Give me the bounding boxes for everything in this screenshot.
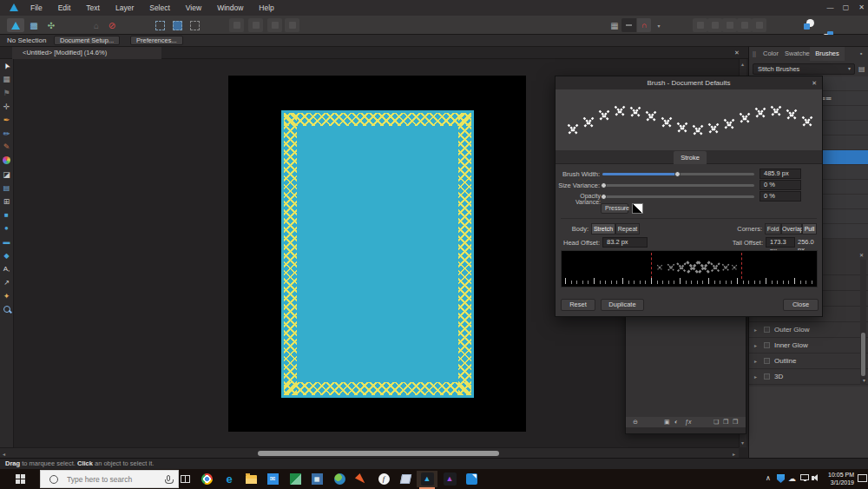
pencil-tool[interactable]: ✏ xyxy=(0,127,13,141)
pressure-dropdown[interactable]: Pressure ▾ xyxy=(601,203,628,214)
window-maximize-button[interactable]: ▢ xyxy=(838,0,853,16)
menu-edit[interactable]: Edit xyxy=(50,3,79,12)
corners-pull-button[interactable]: Pull xyxy=(802,223,817,235)
tray-chevron-icon[interactable]: ∧ xyxy=(766,474,771,482)
brush-width-field[interactable]: 485.9 px xyxy=(760,169,801,179)
tray-display-icon[interactable] xyxy=(800,474,809,480)
place-image-tool[interactable]: ▤ xyxy=(0,181,13,195)
brush-category-select[interactable]: Stitch Brushes ▾ xyxy=(753,63,855,75)
opacity-variance-slider-thumb[interactable] xyxy=(601,194,607,200)
node-tool[interactable]: ⚑ xyxy=(0,86,13,100)
opacity-variance-field[interactable]: 0 % xyxy=(760,191,801,202)
size-variance-slider-thumb[interactable] xyxy=(601,182,607,188)
pen-tool[interactable]: ✒ xyxy=(0,113,13,127)
effect-checkbox[interactable] xyxy=(764,373,770,380)
mask-icon[interactable]: ▣ xyxy=(664,417,670,427)
tray-shield-icon[interactable] xyxy=(777,474,785,483)
window-close-button[interactable]: ✕ xyxy=(854,0,868,16)
delete-layer-icon[interactable]: ❒ xyxy=(733,417,738,427)
file-explorer-taskbar-button[interactable] xyxy=(240,471,261,487)
color-picker-tool[interactable]: ↗ xyxy=(0,276,13,290)
artboard[interactable] xyxy=(228,76,526,432)
task-view-button[interactable] xyxy=(174,471,195,487)
calculator-taskbar-button[interactable]: ▦ xyxy=(306,471,327,487)
maps-taskbar-button[interactable] xyxy=(329,471,350,487)
menu-help[interactable]: Help xyxy=(251,3,281,12)
scroll-down-icon[interactable]: ▾ xyxy=(741,439,744,446)
menu-window[interactable]: Window xyxy=(209,3,251,12)
pressure-profile-chip[interactable] xyxy=(632,203,643,214)
affinity-photo-taskbar-button[interactable]: ▲ xyxy=(439,471,460,487)
new-layer-icon[interactable]: ❏ xyxy=(713,417,719,427)
adjustment-icon[interactable]: ◐ xyxy=(674,417,678,427)
scrollbar-thumb[interactable] xyxy=(258,451,499,456)
close-icon[interactable]: ✕ xyxy=(859,252,864,258)
zoom-tool[interactable] xyxy=(0,303,13,317)
shape-tool[interactable]: ◆ xyxy=(0,248,13,262)
text-tool[interactable]: A, xyxy=(0,262,13,276)
menu-text[interactable]: Text xyxy=(78,3,108,12)
mail-taskbar-button[interactable]: ✉ xyxy=(262,471,283,487)
menu-layer[interactable]: Layer xyxy=(108,3,141,12)
chrome-taskbar-button[interactable] xyxy=(196,471,217,487)
rounded-rectangle-tool[interactable]: ▬ xyxy=(0,235,13,249)
body-repeat-button[interactable]: Repeat xyxy=(615,223,640,235)
duplicate-button[interactable]: Duplicate xyxy=(601,299,644,311)
tab-stroke[interactable]: Stroke xyxy=(674,151,707,164)
photos-taskbar-button[interactable] xyxy=(285,471,306,487)
effect-row-outline[interactable]: ▸Outline xyxy=(749,354,868,369)
menu-select[interactable]: Select xyxy=(141,3,178,12)
expand-icon[interactable]: ▸ xyxy=(754,354,757,369)
vector-brush-tool[interactable]: ✎ xyxy=(0,141,13,155)
select-box-mode-button[interactable] xyxy=(153,18,167,32)
effect-row-inner-glow[interactable]: ▸Inner Glow xyxy=(749,338,868,354)
link-icon[interactable]: ⊖ xyxy=(633,417,638,427)
head-offset-field[interactable]: 83.2 px xyxy=(602,237,648,248)
window-minimize-button[interactable]: — xyxy=(823,0,838,16)
transform-mode-button[interactable] xyxy=(187,18,201,32)
scroll-left-icon[interactable]: ◂ xyxy=(3,451,5,457)
size-variance-field[interactable]: 0 % xyxy=(760,180,801,190)
action-center-icon[interactable] xyxy=(858,474,867,482)
affinity-designer-taskbar-button[interactable]: ▲ xyxy=(417,471,437,487)
tab-close-icon[interactable]: ✕ xyxy=(734,47,740,59)
page-rectangle[interactable] xyxy=(281,110,474,398)
select-fill-mode-button[interactable] xyxy=(170,18,184,32)
document-tab[interactable]: <Untitled> [Modified] (14.6%) xyxy=(12,47,161,59)
point-transform-tool[interactable]: ✛ xyxy=(0,100,13,114)
effect-row-3d[interactable]: ▸3D xyxy=(749,369,868,385)
reset-button[interactable]: Reset xyxy=(561,299,595,311)
opacity-variance-slider[interactable] xyxy=(602,195,754,198)
panel-drag-handle[interactable]: || xyxy=(753,47,756,61)
menu-view[interactable]: View xyxy=(178,3,209,12)
tail-offset-field[interactable]: 173.3 px xyxy=(766,237,795,248)
effects-scrollbar-thumb[interactable] xyxy=(861,333,865,376)
slice-button[interactable]: ⊘ xyxy=(105,18,119,32)
snapping-toggle-button[interactable]: ∩ xyxy=(637,18,651,32)
head-offset-marker[interactable] xyxy=(651,253,652,279)
grid-toggle-button[interactable]: ▦ xyxy=(608,18,621,32)
document-setup-button[interactable]: Document Setup... xyxy=(54,36,120,45)
tail-offset-marker[interactable] xyxy=(741,253,742,279)
snap-options-button[interactable] xyxy=(621,18,636,32)
designer-persona-button[interactable] xyxy=(7,18,24,32)
microphone-icon[interactable] xyxy=(167,475,170,481)
symbol-button[interactable]: ⌂ xyxy=(89,18,103,32)
body-stretch-button[interactable]: Stretch xyxy=(591,223,615,235)
expand-icon[interactable]: ▸ xyxy=(754,322,757,338)
preferences-button[interactable]: Preferences... xyxy=(130,36,183,45)
expand-icon[interactable]: ▸ xyxy=(754,369,757,385)
effect-checkbox[interactable] xyxy=(764,342,770,348)
3d-viewer-taskbar-button[interactable] xyxy=(395,471,416,487)
fx-icon[interactable]: ƒx xyxy=(685,417,691,427)
transparency-tool[interactable]: ◪ xyxy=(0,168,13,182)
dialog-close-icon[interactable]: ✕ xyxy=(812,76,817,89)
size-variance-slider[interactable] xyxy=(602,184,754,187)
scroll-up-icon[interactable]: ▴ xyxy=(741,61,744,67)
tab-swatches[interactable]: Swatches xyxy=(785,47,813,61)
offset-preview-strip[interactable] xyxy=(561,250,818,287)
scroll-right-icon[interactable]: ▸ xyxy=(733,451,735,457)
expand-icon[interactable]: ▸ xyxy=(754,338,757,354)
tab-color[interactable]: Color xyxy=(763,47,779,61)
sketch-taskbar-button[interactable] xyxy=(351,471,372,487)
